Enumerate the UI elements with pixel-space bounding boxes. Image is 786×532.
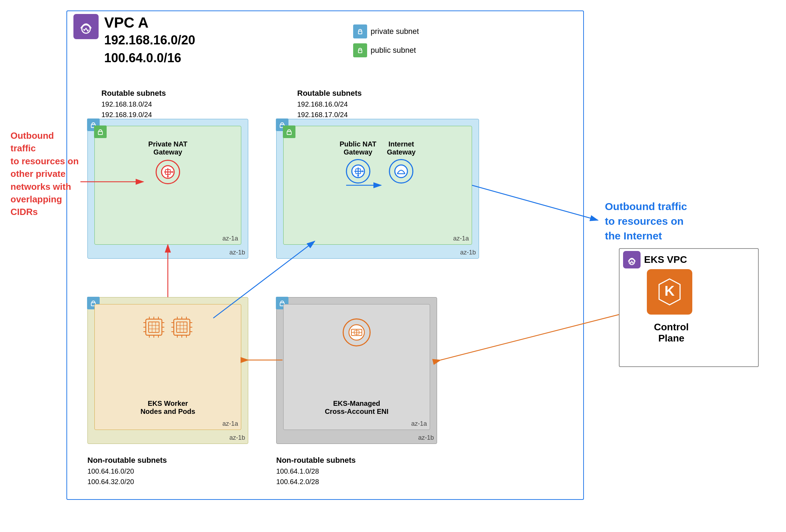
internet-gw-icon xyxy=(389,159,414,184)
vpc-a-icon xyxy=(73,14,99,39)
public-inner-az: az-1a xyxy=(453,235,469,242)
svg-point-19 xyxy=(395,165,408,178)
vpc-a-cidr1: 192.168.16.0/20 xyxy=(104,31,195,49)
svg-rect-41 xyxy=(177,322,187,332)
legend-public-icon xyxy=(353,43,367,57)
routable-left-label: Routable subnets 192.168.18.0/24 192.168… xyxy=(101,87,166,120)
svg-rect-22 xyxy=(146,319,162,335)
eni-subnet-inner: EKS-ManagedCross-Account ENI az-1a xyxy=(283,304,430,430)
worker-inner-az: az-1a xyxy=(222,420,238,427)
eks-vpc-header: EKS VPC xyxy=(623,251,687,268)
routable-right-label: Routable subnets 192.168.16.0/24 192.168… xyxy=(297,87,362,120)
svg-text:K: K xyxy=(665,283,675,299)
private-nat-label: Private NATGateway xyxy=(148,140,187,156)
eks-vpc-title: EKS VPC xyxy=(644,254,687,265)
outbound-traffic-right: Outbound traffic to resources on the Int… xyxy=(605,199,689,243)
worker-label: EKS WorkerNodes and Pods xyxy=(141,400,195,416)
legend: private subnet public subnet xyxy=(353,24,419,57)
eni-label: EKS-ManagedCross-Account ENI xyxy=(325,400,388,416)
eni-icon xyxy=(343,318,371,346)
public-nat-label: Public NATGateway xyxy=(340,140,376,156)
worker-outer-az: az-1b xyxy=(229,434,245,441)
vpc-a-header: VPC A 192.168.16.0/20 100.64.0.0/16 xyxy=(73,14,195,67)
chip-icon-2 xyxy=(170,315,194,339)
legend-public: public subnet xyxy=(353,43,419,57)
internet-gw-label: InternetGateway xyxy=(387,140,415,156)
private-nat-icon xyxy=(156,160,180,184)
private-subnet-inner: Private NATGateway az-1a xyxy=(94,126,241,245)
public-nat-icon xyxy=(346,159,370,184)
legend-public-label: public subnet xyxy=(371,46,416,55)
svg-rect-4 xyxy=(98,131,102,135)
public-subnet-inner: Public NATGateway InternetGateway xyxy=(283,126,472,245)
public-outer-az: az-1b xyxy=(460,249,476,256)
vpc-a-cidr2: 100.64.0.0/16 xyxy=(104,49,195,67)
chip-icon-1 xyxy=(142,315,166,339)
svg-rect-40 xyxy=(174,319,190,335)
private-outer-az: az-1b xyxy=(229,249,245,256)
legend-private: private subnet xyxy=(353,24,419,38)
svg-rect-1 xyxy=(358,31,362,34)
public-inner-lock xyxy=(283,125,295,138)
non-routable-left: Non-routable subnets 100.64.16.0/20 100.… xyxy=(87,454,167,487)
private-inner-az: az-1a xyxy=(222,235,238,242)
non-routable-right: Non-routable subnets 100.64.1.0/28 100.6… xyxy=(276,454,356,487)
eks-control-label: Control Plane xyxy=(640,322,703,344)
svg-rect-2 xyxy=(358,50,362,53)
diagram-root: VPC A 192.168.16.0/20 100.64.0.0/16 priv… xyxy=(10,10,776,521)
outbound-traffic-left: Outbound traffic to resources on other p… xyxy=(10,129,80,218)
eks-control-icon: K xyxy=(647,269,692,315)
legend-private-label: private subnet xyxy=(371,27,419,36)
private-inner-lock xyxy=(94,125,107,138)
svg-rect-12 xyxy=(287,131,291,135)
eks-vpc-icon xyxy=(623,251,641,268)
worker-subnet-inner: EKS WorkerNodes and Pods az-1a xyxy=(94,304,241,430)
legend-private-icon xyxy=(353,24,367,38)
eni-outer-az: az-1b xyxy=(418,434,434,441)
vpc-a-title: VPC A xyxy=(104,14,195,31)
eni-inner-az: az-1a xyxy=(411,420,427,427)
svg-rect-23 xyxy=(149,322,159,332)
